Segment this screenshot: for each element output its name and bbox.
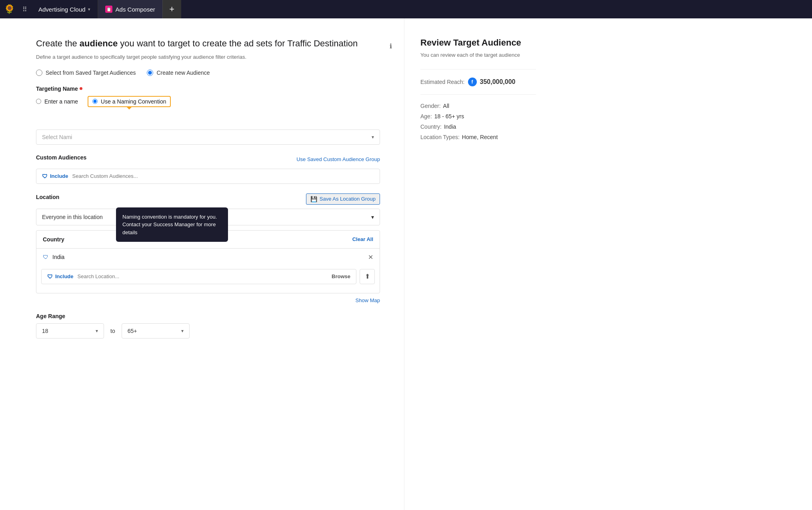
age-to-value: 65+ [128, 328, 137, 334]
country-detail-row: Country: India [420, 124, 536, 130]
review-panel-subtitle: You can review each of the target audien… [420, 52, 536, 58]
location-include-badge: 🛡 Include [47, 273, 74, 280]
app-logo: 🌻 [0, 0, 18, 18]
custom-audiences-label: Custom Audiences [36, 154, 86, 161]
estimated-reach-value-container: f 350,000,000 [468, 78, 516, 86]
custom-audiences-section: Custom Audiences Use Saved Custom Audien… [36, 154, 380, 184]
save-location-label: Save As Location Group [320, 196, 376, 202]
age-to-dropdown[interactable]: 65+ [122, 323, 190, 339]
age-from-dropdown[interactable]: 18 [36, 323, 104, 339]
remove-country-button[interactable]: ✕ [368, 253, 373, 261]
naming-convention-select[interactable]: Select Nami [36, 129, 380, 145]
browse-button[interactable]: Browse [332, 273, 350, 279]
age-panel-label: Age: [420, 113, 432, 120]
custom-audiences-search-box: 🛡 Include [36, 169, 380, 184]
custom-audiences-include-badge: 🛡 Include [42, 173, 68, 179]
tooltip-text: Naming convention is mandatory for you. … [122, 214, 217, 235]
location-types-detail-row: Location Types: Home, Recent [420, 134, 536, 140]
panel-divider-2 [420, 94, 536, 95]
tab-name-label: Ads Composer [116, 6, 155, 13]
country-shield-icon: 🛡 [43, 254, 48, 260]
select-chevron-icon [372, 134, 374, 140]
select-saved-audiences-option[interactable]: Select from Saved Target Audiences [36, 70, 136, 76]
location-label: Location [36, 194, 59, 200]
ads-composer-tab-icon: 📋 [105, 6, 112, 13]
gender-label: Gender: [420, 103, 441, 109]
age-range-label: Age Range [36, 313, 380, 319]
select-placeholder: Select Nami [42, 134, 72, 140]
location-search-row: 🛡 Include Browse ⬆ [36, 266, 380, 293]
location-types-value: Home, Recent [462, 134, 498, 140]
age-range-section: Age Range 18 to 65+ [36, 313, 380, 339]
targeting-name-section: Targeting Name Enter a name Use a Naming… [36, 86, 380, 145]
page-title-end: you want to target to create the ad sets… [118, 38, 358, 48]
age-panel-value: 18 - 65+ yrs [434, 113, 464, 120]
page-title: Create the audience you want to target t… [36, 38, 380, 50]
enter-name-radio[interactable] [36, 99, 41, 104]
use-naming-convention-option[interactable]: Use a Naming Convention [88, 96, 171, 107]
page-subtitle: Define a target audience to specifically… [36, 54, 380, 60]
include-label: Include [50, 173, 68, 179]
app-grid-icon[interactable]: ⠿ [18, 0, 31, 18]
custom-audiences-header: Custom Audiences Use Saved Custom Audien… [36, 154, 380, 165]
shield-icon: 🛡 [42, 173, 48, 179]
age-detail-row: Age: 18 - 65+ yrs [420, 113, 536, 120]
app-chevron-icon: ▾ [88, 7, 90, 12]
naming-convention-radio[interactable] [92, 99, 98, 104]
location-search-box: 🛡 Include Browse [41, 269, 356, 284]
add-tab-button[interactable]: + [163, 0, 181, 18]
info-icon-char: ℹ [390, 43, 392, 50]
required-indicator [80, 87, 82, 90]
upload-location-button[interactable]: ⬆ [360, 269, 375, 284]
age-from-chevron-icon [96, 328, 98, 334]
panel-divider-1 [420, 69, 536, 70]
gender-detail-row: Gender: All [420, 103, 536, 109]
save-location-icon: 💾 [310, 196, 317, 202]
age-from-value: 18 [42, 328, 48, 334]
enter-name-option[interactable]: Enter a name [36, 98, 78, 105]
save-as-location-group-button[interactable]: 💾 Save As Location Group [306, 193, 380, 205]
create-new-radio[interactable] [147, 70, 153, 76]
review-panel-title: Review Target Audience [420, 38, 536, 48]
age-separator: to [110, 328, 115, 334]
select-saved-label: Select from Saved Target Audiences [46, 70, 136, 76]
location-type-value: Everyone in this location [42, 214, 103, 220]
app-name-label: Advertising Cloud [38, 6, 86, 13]
info-icon[interactable]: ℹ [390, 42, 392, 50]
create-new-audience-option[interactable]: Create new Audience [147, 70, 210, 76]
upload-icon: ⬆ [365, 273, 370, 280]
gender-value: All [443, 103, 450, 109]
country-name-label: India [52, 254, 364, 260]
estimated-reach-value: 350,000,000 [480, 78, 516, 86]
country-header-label: Country [43, 236, 64, 243]
use-saved-custom-audience-link[interactable]: Use Saved Custom Audience Group [296, 156, 380, 162]
page-title-start: Create the [36, 38, 80, 48]
targeting-name-label: Targeting Name [36, 86, 380, 92]
naming-convention-radio-group: Enter a name Use a Naming Convention [36, 96, 380, 107]
create-new-label: Create new Audience [156, 70, 210, 76]
custom-audiences-search-input[interactable] [72, 173, 374, 179]
content-area: ℹ Create the audience you want to target… [0, 18, 404, 510]
estimated-reach-label: Estimated Reach: [420, 79, 465, 85]
select-saved-radio[interactable] [36, 70, 42, 76]
age-range-row: 18 to 65+ [36, 323, 380, 339]
facebook-icon: f [468, 78, 477, 86]
top-navigation: 🌻 ⠿ Advertising Cloud ▾ 📋 Ads Composer + [0, 0, 812, 18]
location-header: Location 💾 Save As Location Group [36, 193, 380, 205]
main-layout: ℹ Create the audience you want to target… [0, 18, 812, 510]
ads-composer-tab[interactable]: 📋 Ads Composer [98, 0, 163, 18]
add-tab-icon: + [169, 4, 174, 14]
enter-name-label: Enter a name [44, 98, 78, 105]
naming-convention-tooltip: Naming convention is mandatory for you. … [116, 207, 228, 242]
country-panel-label: Country: [420, 124, 442, 130]
logo-icon: 🌻 [4, 4, 15, 14]
page-title-bold: audience [80, 38, 118, 48]
audience-source-radio-group: Select from Saved Target Audiences Creat… [36, 70, 380, 76]
show-map-link[interactable]: Show Map [36, 297, 380, 303]
location-search-input-row: 🛡 Include Browse ⬆ [41, 269, 375, 288]
clear-all-button[interactable]: Clear All [352, 236, 373, 242]
advertising-cloud-tab[interactable]: Advertising Cloud ▾ [31, 0, 98, 18]
location-include-label: Include [55, 273, 74, 279]
location-dropdown-chevron-icon [371, 214, 374, 220]
location-search-input[interactable] [78, 273, 328, 279]
